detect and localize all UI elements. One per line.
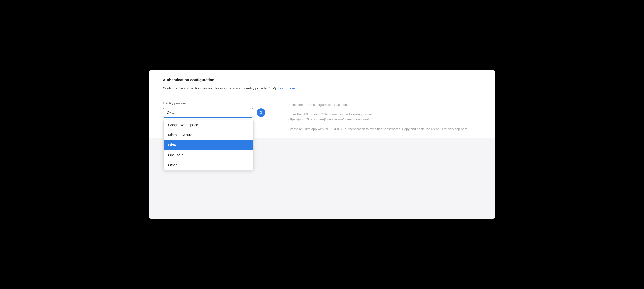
dropdown-item-okta[interactable]: Okta: [164, 140, 253, 150]
identity-provider-hint: Select the IdP to configure with Passpor…: [288, 102, 481, 107]
client-id-hint-text: Create an Okta app with ROPG/PKCE authen…: [288, 127, 468, 131]
dropdown-menu: Google Workspace Microsoft Azure Okta On…: [163, 120, 254, 170]
learn-more-link[interactable]: Learn more...: [278, 86, 298, 90]
dropdown-item-other[interactable]: Other: [164, 160, 253, 170]
main-window: Authentication configuration Configure t…: [149, 70, 495, 219]
idp-hint-text: Select the IdP to configure with Passpor…: [288, 103, 348, 107]
identity-provider-right: Select the IdP to configure with Passpor…: [288, 101, 481, 132]
dropdown-item-google[interactable]: Google Workspace: [164, 120, 253, 130]
identity-provider-select[interactable]: Okta ⌃ Google Workspace Microsoft Azure …: [163, 108, 253, 118]
page-title: Authentication configuration: [163, 78, 481, 82]
page-header: Authentication configuration Configure t…: [149, 70, 495, 95]
okta-domain-hint-line1: Enter the URL of your Okta domain in the…: [288, 112, 373, 116]
content-area: Identity provider Okta ⌃ Google Workspac…: [149, 95, 495, 138]
identity-provider-left: Identity provider Okta ⌃ Google Workspac…: [163, 101, 278, 132]
client-id-hint: Create an Okta app with ROPG/PKCE authen…: [288, 127, 481, 132]
dropdown-item-onelogin[interactable]: OneLogin: [164, 150, 253, 160]
identity-provider-label: Identity provider: [163, 101, 278, 105]
page-description: Configure the connection between Passpor…: [163, 86, 481, 90]
chevron-up-icon: ⌃: [247, 111, 249, 114]
okta-domain-hint: Enter the URL of your Okta domain in the…: [288, 112, 481, 122]
okta-domain-hint-line2: https://{yourOktaDomain}/.well-known/ope…: [288, 117, 373, 121]
description-text: Configure the connection between Passpor…: [163, 86, 278, 90]
selected-value: Okta: [167, 111, 174, 115]
select-wrapper: Okta ⌃ Google Workspace Microsoft Azure …: [163, 108, 278, 118]
step-1-badge: 1: [257, 108, 265, 117]
dropdown-item-azure[interactable]: Microsoft Azure: [164, 130, 253, 140]
identity-provider-row: Identity provider Okta ⌃ Google Workspac…: [163, 95, 481, 138]
